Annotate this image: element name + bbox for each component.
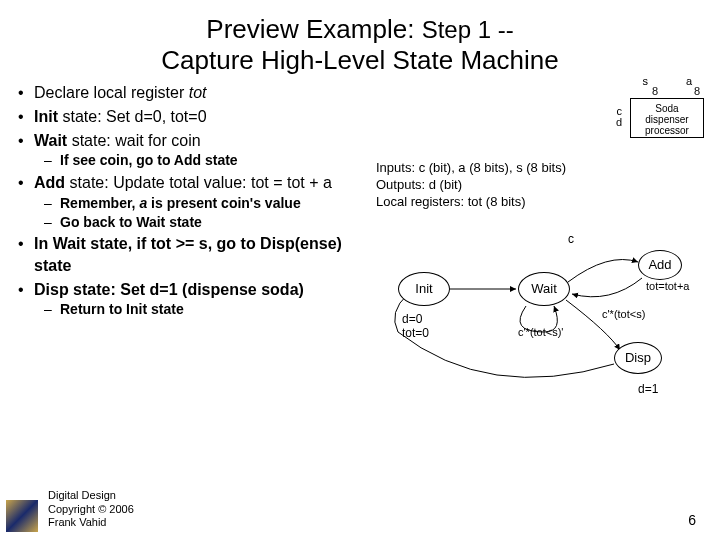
title-line2: Capture High-Level State Machine — [161, 45, 558, 75]
bullet-3: Wait state: wait for coin If see coin, g… — [18, 130, 358, 170]
action-init: d=0tot=0 — [402, 312, 429, 340]
processor-box: Soda dispenser processor — [630, 98, 704, 138]
action-tot: tot=tot+a — [646, 280, 689, 292]
bus-width-a: 8 — [694, 86, 700, 97]
footer-text: Digital Design Copyright © 2006 Frank Va… — [48, 489, 134, 530]
action-disp: d=1 — [638, 382, 658, 396]
bullet-5: In Wait state, if tot >= s, go to Disp(e… — [18, 233, 358, 276]
signal-a: a — [686, 76, 692, 87]
io-inputs: Inputs: c (bit), a (8 bits), s (8 bits) — [376, 160, 566, 177]
bullet-6-sub1: Return to Init state — [34, 300, 358, 319]
title-line1b: Step 1 -- — [422, 16, 514, 43]
bullet-4-sub2: Go back to Wait state — [34, 213, 358, 232]
signal-cd: cd — [616, 106, 622, 128]
title-line1a: Preview Example: — [206, 14, 421, 44]
diagram-area: s a 8 8 cd Soda dispenser processor Inpu… — [358, 82, 710, 321]
processor-label: Soda dispenser processor — [645, 103, 689, 136]
content-area: Declare local register tot Init state: S… — [0, 76, 720, 321]
io-spec: Inputs: c (bit), a (8 bits), s (8 bits) … — [376, 160, 566, 211]
bullet-4-sub1: Remember, a is present coin's value — [34, 194, 358, 213]
bullet-6: Disp state: Set d=1 (dispense soda) Retu… — [18, 279, 358, 319]
edge-c: c — [568, 232, 574, 246]
logo-icon — [6, 500, 38, 532]
edge-cprime: c'*(tot<s)' — [518, 326, 563, 338]
bullet-list: Declare local register tot Init state: S… — [18, 82, 358, 321]
bullet-4: Add state: Update total value: tot = tot… — [18, 172, 358, 231]
page-number: 6 — [688, 512, 696, 528]
bullet-1: Declare local register tot — [18, 82, 358, 104]
io-outputs: Outputs: d (bit) — [376, 177, 566, 194]
bullet-2: Init state: Set d=0, tot=0 — [18, 106, 358, 128]
bullet-3-sub1: If see coin, go to Add state — [34, 151, 358, 170]
bus-width-s: 8 — [652, 86, 658, 97]
fsm-diagram: Init Wait Add Disp c tot=tot+a c'*(tot<s… — [358, 232, 710, 321]
signal-s: s — [643, 76, 649, 87]
io-locals: Local registers: tot (8 bits) — [376, 194, 566, 211]
slide-title: Preview Example: Step 1 -- Capture High-… — [0, 0, 720, 76]
edge-cprime2: c'*(tot<s) — [602, 308, 645, 320]
